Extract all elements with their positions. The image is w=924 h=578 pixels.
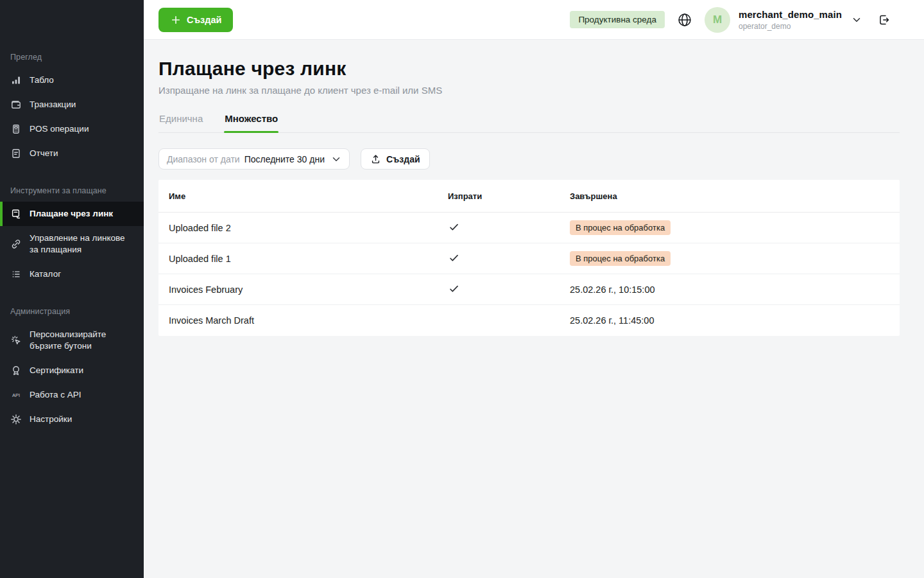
sidebar-item-label: Персонализирайте бързите бутони	[30, 329, 135, 352]
api-icon: API	[10, 389, 22, 401]
sidebar-section: АдминистрацияПерсонализирайте бързите бу…	[0, 301, 144, 432]
sidebar-section-label: Администрация	[0, 301, 144, 322]
sidebar-item-pos-operations[interactable]: POS операции	[0, 117, 144, 141]
check-icon	[448, 283, 460, 295]
cursor-spark-icon	[10, 335, 22, 346]
table-row[interactable]: Invoices March Draft25.02.26 г., 11:45:0…	[158, 305, 900, 336]
sidebar-item-settings[interactable]: Настройки	[0, 407, 144, 432]
row-name: Uploaded file 2	[158, 223, 448, 233]
sidebar-section: Инструменти за плащанеПлащане чрез линкУ…	[0, 180, 144, 286]
bar-chart-icon	[10, 74, 22, 86]
sidebar-item-label: Настройки	[30, 414, 135, 425]
sidebar-item-catalog[interactable]: Каталог	[0, 262, 144, 286]
row-name: Invoices March Draft	[158, 315, 448, 326]
sidebar-section-label: Инструменти за плащане	[0, 180, 144, 202]
row-sent	[448, 252, 570, 266]
check-icon	[448, 221, 460, 233]
sidebar-item-label: POS операции	[30, 123, 135, 135]
sidebar-item-label: Работа с API	[30, 389, 135, 401]
tab-bulk[interactable]: Множество	[224, 113, 278, 132]
topbar-right: Продуктивна среда M merchant_demo_main o…	[570, 7, 891, 33]
plus-icon	[170, 14, 182, 26]
status-badge: В процес на обработка	[570, 220, 671, 235]
user-role: operator_demo	[739, 22, 842, 31]
sidebar-item-label: Управление на линкове за плащания	[30, 232, 135, 256]
check-icon	[448, 252, 460, 264]
user-name: merchant_demo_main	[739, 9, 842, 20]
sidebar-item-payment-link[interactable]: Плащане чрез линк	[0, 202, 144, 226]
row-name: Uploaded file 1	[158, 254, 448, 264]
sidebar-item-label: Отчети	[30, 148, 135, 159]
sidebar-section: ПрегледТаблоТранзакцииPOS операцииОтчети	[0, 46, 144, 166]
column-header-completed: Завършена	[570, 191, 900, 201]
row-sent	[448, 221, 570, 235]
payment-links-table: Име Изпрати Завършена Uploaded file 2В п…	[158, 180, 900, 336]
sidebar-item-payment-links-management[interactable]: Управление на линкове за плащания	[0, 226, 144, 262]
table-body: Uploaded file 2В процес на обработкаUplo…	[158, 213, 900, 336]
payment-link-icon	[10, 208, 22, 220]
gear-icon	[10, 414, 22, 425]
chevron-down-icon	[331, 154, 341, 164]
sidebar-item-certificates[interactable]: Сертификати	[0, 358, 144, 383]
logout-icon[interactable]	[878, 13, 891, 26]
create-button[interactable]: Създай	[158, 8, 233, 32]
page-subtitle: Изпращане на линк за плащане до клиент ч…	[158, 85, 900, 96]
sidebar-item-label: Табло	[30, 74, 135, 86]
list-icon	[10, 268, 22, 280]
toolbar: Диапазон от дати Последните 30 дни Създа…	[158, 148, 900, 170]
upload-create-label: Създай	[386, 154, 420, 164]
sidebar-item-label: Плащане чрез линк	[30, 208, 135, 220]
certificate-icon	[10, 365, 22, 376]
sidebar-item-api[interactable]: APIРабота с API	[0, 383, 144, 407]
date-range-label: Диапазон от дати	[167, 154, 240, 164]
user-info: merchant_demo_main operator_demo	[739, 9, 842, 31]
row-sent	[448, 283, 570, 297]
sidebar: ПрегледТаблоТранзакцииPOS операцииОтчети…	[0, 0, 144, 578]
user-menu[interactable]: M merchant_demo_main operator_demo	[705, 7, 862, 33]
upload-create-button[interactable]: Създай	[361, 148, 430, 170]
globe-icon[interactable]	[677, 12, 692, 28]
environment-badge: Продуктивна среда	[570, 11, 665, 28]
topbar: Създай Продуктивна среда M merchant_demo…	[144, 0, 924, 40]
wallet-icon	[10, 99, 22, 110]
avatar: M	[705, 7, 730, 33]
row-completed: В процес на обработка	[570, 220, 900, 235]
row-completed: 25.02.26 г., 10:15:00	[570, 285, 900, 295]
sidebar-section-label: Преглед	[0, 46, 144, 68]
create-button-label: Създай	[187, 15, 221, 25]
svg-text:API: API	[12, 392, 20, 398]
main-content: Плащане чрез линк Изпращане на линк за п…	[144, 40, 924, 578]
table-row[interactable]: Invoices February25.02.26 г., 10:15:00	[158, 274, 900, 305]
status-badge: В процес на обработка	[570, 251, 671, 266]
sidebar-item-reports[interactable]: Отчети	[0, 141, 144, 166]
column-header-name: Име	[158, 191, 448, 201]
sidebar-sections: ПрегледТаблоТранзакцииPOS операцииОтчети…	[0, 46, 144, 432]
sidebar-item-label: Сертификати	[30, 365, 135, 376]
row-completed: 25.02.26 г., 11:45:00	[570, 315, 900, 326]
sidebar-item-customize-quick-buttons[interactable]: Персонализирайте бързите бутони	[0, 322, 144, 358]
page-title: Плащане чрез линк	[158, 58, 900, 80]
pos-terminal-icon	[10, 123, 22, 135]
sidebar-item-label: Транзакции	[30, 99, 135, 110]
row-name: Invoices February	[158, 285, 448, 295]
date-range-select[interactable]: Диапазон от дати Последните 30 дни	[158, 148, 350, 170]
row-completed: В процес на обработка	[570, 251, 900, 266]
sidebar-item-dashboard[interactable]: Табло	[0, 68, 144, 92]
report-icon	[10, 148, 22, 159]
date-range-value: Последните 30 дни	[244, 154, 325, 164]
sidebar-item-transactions[interactable]: Транзакции	[0, 92, 144, 117]
table-row[interactable]: Uploaded file 2В процес на обработка	[158, 213, 900, 243]
chevron-down-icon[interactable]	[851, 15, 862, 25]
table-header: Име Изпрати Завършена	[158, 180, 900, 213]
table-row[interactable]: Uploaded file 1В процес на обработка	[158, 243, 900, 274]
link-icon	[10, 238, 22, 250]
sidebar-item-label: Каталог	[30, 268, 135, 280]
tab-single[interactable]: Единична	[158, 113, 203, 132]
upload-icon	[370, 153, 381, 164]
column-header-sent: Изпрати	[448, 191, 570, 201]
tabs: Единична Множество	[158, 113, 900, 133]
